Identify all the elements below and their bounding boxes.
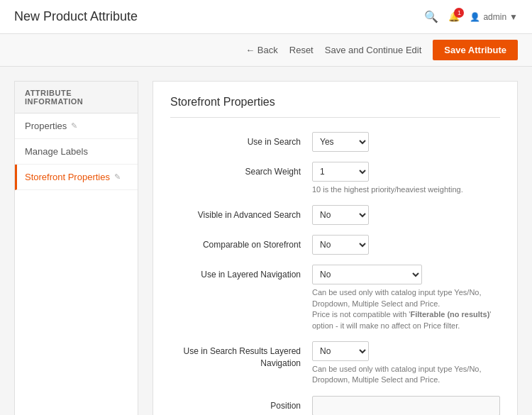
control-search-weight: 1234 5678 910 10 is the highest priority…	[312, 162, 500, 195]
top-bar: New Product Attribute 🔍 🔔 1 👤 admin ▼	[0, 0, 532, 34]
control-layered-navigation: No Filterable (with results) Filterable …	[312, 265, 500, 331]
sidebar-item-manage-labels[interactable]: Manage Labels	[15, 139, 138, 165]
edit-icon-storefront: ✎	[114, 172, 121, 182]
save-continue-button[interactable]: Save and Continue Edit	[325, 45, 422, 55]
control-visible-advanced-search: NoYes	[312, 205, 500, 225]
edit-icon-properties: ✎	[71, 121, 77, 131]
control-position: Position of attribute in layered navigat…	[312, 396, 500, 415]
label-comparable-storefront: Comparable on Storefront	[170, 235, 312, 251]
sidebar-header: ATTRIBUTE INFORMATION	[15, 82, 138, 114]
back-button[interactable]: ← Back	[245, 45, 278, 55]
sidebar-item-label: Storefront Properties	[25, 172, 110, 182]
chevron-down-icon: ▼	[509, 12, 518, 22]
search-icon[interactable]: 🔍	[424, 10, 438, 23]
select-search-weight[interactable]: 1234 5678 910	[312, 162, 369, 182]
label-position: Position	[170, 396, 312, 412]
main-content: ATTRIBUTE INFORMATION Properties ✎ Manag…	[0, 67, 532, 415]
label-use-in-search: Use in Search	[170, 132, 312, 148]
action-bar: ← Back Reset Save and Continue Edit Save…	[0, 34, 532, 67]
top-bar-right: 🔍 🔔 1 👤 admin ▼	[424, 10, 518, 23]
notification-badge: 1	[454, 8, 464, 18]
select-comparable-storefront[interactable]: NoYes	[312, 235, 369, 255]
field-row-layered-navigation: Use in Layered Navigation No Filterable …	[170, 265, 500, 331]
select-visible-advanced-search[interactable]: NoYes	[312, 205, 369, 225]
sidebar-item-storefront-properties[interactable]: Storefront Properties ✎	[15, 165, 138, 190]
field-row-comparable-storefront: Comparable on Storefront NoYes	[170, 235, 500, 255]
reset-button[interactable]: Reset	[289, 45, 314, 55]
form-panel: Storefront Properties Use in Search Yes …	[153, 81, 518, 415]
label-visible-advanced-search: Visible in Advanced Search	[170, 205, 312, 221]
control-search-results-layered: NoYes Can be used only with catalog inpu…	[312, 341, 500, 386]
hint-search-weight: 10 is the highest priority/heaviest weig…	[312, 184, 500, 195]
select-layered-navigation[interactable]: No Filterable (with results) Filterable …	[312, 265, 422, 284]
notification-bell[interactable]: 🔔 1	[448, 11, 460, 22]
label-search-results-layered: Use in Search Results Layered Navigation	[170, 341, 312, 370]
admin-user-menu[interactable]: 👤 admin ▼	[470, 12, 518, 22]
admin-label: admin	[483, 12, 506, 22]
field-row-use-in-search: Use in Search Yes No	[170, 132, 500, 152]
control-use-in-search: Yes No	[312, 132, 500, 152]
input-position[interactable]	[312, 396, 500, 415]
hint-layered-navigation: Can be used only with catalog input type…	[312, 287, 500, 331]
user-icon: 👤	[470, 12, 480, 22]
sidebar-item-properties[interactable]: Properties ✎	[15, 114, 138, 139]
section-title: Storefront Properties	[170, 96, 500, 118]
field-row-search-weight: Search Weight 1234 5678 910 10 is the hi…	[170, 162, 500, 195]
sidebar-item-label: Properties	[25, 121, 67, 131]
select-search-results-layered[interactable]: NoYes	[312, 341, 369, 361]
field-row-search-results-layered: Use in Search Results Layered Navigation…	[170, 341, 500, 386]
save-attribute-button[interactable]: Save Attribute	[433, 40, 518, 60]
sidebar-item-label: Manage Labels	[25, 146, 88, 157]
control-comparable-storefront: NoYes	[312, 235, 500, 255]
hint-search-results-layered: Can be used only with catalog input type…	[312, 364, 500, 386]
select-use-in-search[interactable]: Yes No	[312, 132, 369, 152]
sidebar: ATTRIBUTE INFORMATION Properties ✎ Manag…	[14, 81, 138, 415]
field-row-visible-advanced-search: Visible in Advanced Search NoYes	[170, 205, 500, 225]
label-layered-navigation: Use in Layered Navigation	[170, 265, 312, 281]
field-row-position: Position Position of attribute in layere…	[170, 396, 500, 415]
page-title: New Product Attribute	[14, 9, 138, 24]
label-search-weight: Search Weight	[170, 162, 312, 178]
